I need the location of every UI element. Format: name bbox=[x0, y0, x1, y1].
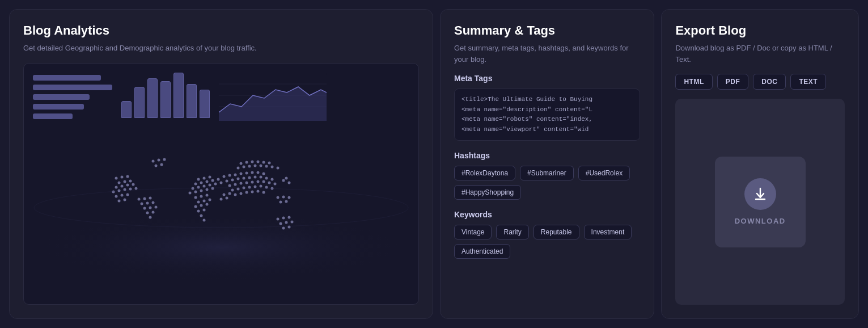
analytics-card: Blog Analytics Get detailed Geographic a… bbox=[9, 9, 433, 319]
svg-point-25 bbox=[194, 196, 197, 199]
meta-tags-label: Meta Tags bbox=[454, 74, 640, 83]
svg-point-148 bbox=[226, 197, 228, 200]
svg-point-36 bbox=[200, 215, 203, 217]
svg-point-80 bbox=[288, 216, 291, 219]
svg-point-72 bbox=[234, 194, 237, 196]
svg-point-15 bbox=[197, 186, 200, 189]
svg-point-9 bbox=[194, 183, 197, 186]
format-doc-button[interactable]: DOC bbox=[753, 74, 786, 90]
svg-point-82 bbox=[285, 221, 288, 224]
svg-point-106 bbox=[138, 198, 141, 201]
svg-point-77 bbox=[262, 191, 265, 194]
svg-point-50 bbox=[248, 176, 251, 179]
svg-point-140 bbox=[280, 201, 282, 204]
svg-point-38 bbox=[223, 175, 226, 178]
svg-point-62 bbox=[268, 182, 271, 184]
svg-point-27 bbox=[206, 194, 209, 197]
download-inner[interactable]: DOWNLOAD bbox=[715, 157, 806, 247]
svg-point-86 bbox=[115, 177, 118, 180]
svg-point-135 bbox=[262, 161, 265, 164]
svg-point-30 bbox=[209, 199, 211, 201]
svg-point-11 bbox=[206, 180, 209, 183]
svg-point-7 bbox=[203, 177, 206, 180]
svg-point-59 bbox=[251, 181, 254, 184]
svg-point-93 bbox=[121, 185, 124, 188]
horizontal-bars bbox=[33, 73, 112, 119]
svg-point-5 bbox=[40, 213, 403, 281]
svg-point-54 bbox=[271, 178, 274, 181]
svg-point-84 bbox=[282, 227, 285, 230]
bar-h-5 bbox=[33, 113, 73, 119]
svg-point-103 bbox=[126, 194, 129, 196]
hashtags-section: Hashtags #RolexDaytona #Submariner #Used… bbox=[454, 151, 640, 200]
svg-point-78 bbox=[277, 218, 280, 221]
svg-point-42 bbox=[245, 172, 248, 175]
svg-point-24 bbox=[211, 187, 214, 190]
svg-point-76 bbox=[257, 190, 260, 193]
hashtag-usedrolex: #UsedRolex bbox=[578, 166, 630, 180]
svg-point-95 bbox=[132, 183, 135, 186]
hashtag-rolexdaytona: #RolexDaytona bbox=[454, 166, 515, 180]
svg-point-99 bbox=[129, 188, 132, 191]
svg-point-115 bbox=[146, 212, 149, 215]
svg-point-90 bbox=[124, 180, 126, 183]
svg-point-128 bbox=[265, 165, 268, 168]
line-chart bbox=[219, 73, 409, 123]
format-pdf-button[interactable]: PDF bbox=[717, 74, 749, 90]
svg-point-39 bbox=[228, 174, 231, 177]
svg-point-49 bbox=[243, 177, 245, 180]
svg-point-124 bbox=[243, 166, 245, 169]
svg-point-101 bbox=[115, 195, 118, 198]
svg-point-125 bbox=[248, 165, 251, 168]
svg-point-122 bbox=[160, 163, 163, 166]
svg-point-121 bbox=[155, 165, 158, 167]
keyword-rarity: Rarity bbox=[496, 225, 528, 239]
format-text-button[interactable]: TEXT bbox=[790, 74, 826, 90]
summary-title: Summary & Tags bbox=[454, 23, 640, 38]
format-html-button[interactable]: HTML bbox=[675, 74, 712, 90]
bar-v-1 bbox=[121, 101, 132, 118]
svg-point-58 bbox=[245, 182, 248, 184]
svg-point-20 bbox=[189, 192, 192, 195]
svg-point-41 bbox=[240, 173, 243, 175]
svg-point-105 bbox=[124, 199, 126, 201]
svg-point-14 bbox=[192, 187, 194, 190]
svg-point-142 bbox=[282, 179, 285, 182]
svg-point-21 bbox=[194, 191, 197, 194]
svg-point-8 bbox=[209, 176, 211, 179]
download-label: DOWNLOAD bbox=[735, 217, 786, 225]
svg-point-113 bbox=[149, 207, 152, 209]
svg-point-6 bbox=[197, 178, 200, 181]
vertical-bars bbox=[121, 73, 210, 118]
download-arrow-icon bbox=[752, 186, 768, 202]
download-icon bbox=[744, 178, 776, 210]
svg-point-120 bbox=[163, 158, 166, 161]
svg-point-83 bbox=[291, 221, 294, 224]
svg-point-28 bbox=[197, 201, 200, 204]
analytics-visual bbox=[23, 63, 419, 305]
bar-v-6 bbox=[187, 84, 197, 118]
line-chart-svg bbox=[219, 73, 327, 121]
svg-point-13 bbox=[217, 178, 220, 181]
bar-h-2 bbox=[33, 85, 112, 90]
svg-point-19 bbox=[220, 182, 223, 184]
svg-point-12 bbox=[211, 179, 214, 182]
svg-point-51 bbox=[254, 176, 257, 179]
svg-point-139 bbox=[288, 196, 291, 199]
svg-point-110 bbox=[146, 202, 149, 205]
svg-point-40 bbox=[234, 174, 237, 176]
bar-v-2 bbox=[134, 87, 145, 118]
svg-point-79 bbox=[282, 217, 285, 220]
keyword-reputable: Reputable bbox=[533, 225, 579, 239]
summary-card: Summary & Tags Get summary, meta tags, h… bbox=[440, 9, 654, 319]
svg-point-102 bbox=[121, 194, 124, 197]
svg-point-108 bbox=[149, 197, 152, 200]
svg-point-147 bbox=[220, 198, 223, 201]
download-area: DOWNLOAD bbox=[675, 99, 845, 305]
svg-point-133 bbox=[251, 161, 254, 163]
svg-point-56 bbox=[234, 183, 237, 186]
export-subtitle: Download blog as PDF / Doc or copy as HT… bbox=[675, 43, 845, 65]
svg-point-100 bbox=[135, 187, 138, 190]
svg-point-31 bbox=[194, 205, 197, 208]
bar-h-4 bbox=[33, 104, 84, 110]
